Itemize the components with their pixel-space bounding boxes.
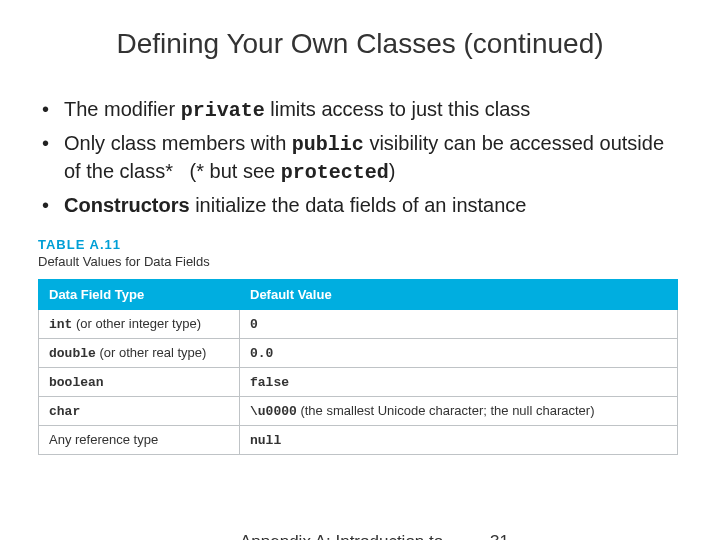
code-private: private [181,99,265,122]
cell-value-mono: 0.0 [250,346,273,361]
table-row: Any reference type null [39,426,678,455]
table-header: Default Value [240,280,678,310]
bullet-item: Constructors initialize the data fields … [42,192,682,219]
cell-value-mono: null [250,433,281,448]
bullet-text: The modifier [64,98,181,120]
cell-type-mono: double [49,346,96,361]
cell-value-mono: 0 [250,317,258,332]
table-header: Data Field Type [39,280,240,310]
data-table: Data Field Type Default Value int (or ot… [38,279,678,455]
cell-type-mono: boolean [49,375,104,390]
bullet-item: The modifier private limits access to ju… [42,96,682,124]
cell-type-rest: (or other real type) [96,345,207,360]
bullet-text: ) [389,160,396,182]
table-row: boolean false [39,368,678,397]
bullet-text: Only class members with [64,132,292,154]
cell-type-mono: int [49,317,72,332]
cell-value-mono: false [250,375,289,390]
bullet-item: Only class members with public visibilit… [42,130,682,186]
cell-value-rest: (the smallest Unicode character; the nul… [297,403,595,418]
bullet-text: limits access to just this class [265,98,531,120]
table-row: int (or other integer type) 0 [39,310,678,339]
table-row: char \u0000 (the smallest Unicode charac… [39,397,678,426]
slide-title: Defining Your Own Classes (continued) [38,28,682,60]
code-public: public [292,133,364,156]
table-caption: Default Values for Data Fields [38,254,682,269]
bullet-list: The modifier private limits access to ju… [38,96,682,219]
bullet-text: initialize the data fields of an instanc… [190,194,527,216]
cell-type-mono: char [49,404,80,419]
footer-page-number: 31 [490,532,509,540]
cell-value-mono: \u0000 [250,404,297,419]
cell-type-rest: Any reference type [49,432,158,447]
table-label: TABLE A.11 [38,237,682,252]
bold-term: Constructors [64,194,190,216]
table-section: TABLE A.11 Default Values for Data Field… [38,237,682,455]
code-protected: protected [281,161,389,184]
cell-type-rest: (or other integer type) [72,316,201,331]
footer-text: Appendix A: Introduction to Java [240,532,450,540]
table-row: double (or other real type) 0.0 [39,339,678,368]
